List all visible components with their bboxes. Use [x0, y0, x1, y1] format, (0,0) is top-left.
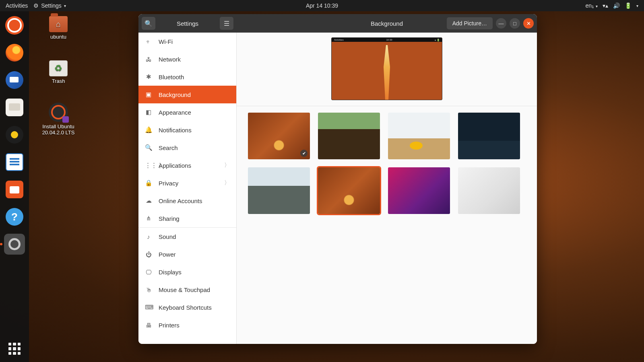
ubuntu-icon — [5, 16, 24, 35]
desktop-home-folder[interactable]: ubuntu — [36, 16, 80, 40]
wallpaper-thumb-7[interactable] — [458, 167, 520, 214]
dock-writer[interactable] — [4, 151, 25, 173]
desktop-trash[interactable]: Trash — [36, 60, 80, 84]
dock-settings[interactable] — [4, 233, 25, 255]
show-applications[interactable] — [8, 343, 21, 355]
dock-help[interactable]: ? — [4, 206, 25, 228]
sidebar-item-printers[interactable]: 🖶Printers — [138, 316, 236, 334]
checkmark-icon: ✔ — [300, 150, 308, 157]
sidebar-item-keyboard-shortcuts[interactable]: ⌨Keyboard Shortcuts — [138, 298, 236, 316]
bt-icon: ✱ — [145, 73, 152, 80]
wallpaper-thumb-5[interactable] — [318, 167, 380, 214]
wallpaper-thumb-6[interactable] — [388, 167, 450, 214]
sidebar-item-label: Online Accounts — [159, 197, 202, 204]
current-wallpaper-preview: Activities10:39▾ 🔋 — [237, 33, 537, 106]
sidebar-item-label: Applications — [159, 162, 191, 169]
sidebar-item-label: Search — [159, 144, 178, 151]
volume-icon[interactable]: 🔊 — [613, 2, 620, 9]
net-icon: 🖧 — [145, 56, 152, 63]
sidebar-item-mouse-touchpad[interactable]: 🖱Mouse & Touchpad — [138, 281, 236, 298]
chevron-right-icon: 〉 — [224, 179, 230, 187]
add-picture-button[interactable]: Add Picture… — [447, 17, 493, 29]
sidebar-item-label: Notifications — [159, 127, 192, 134]
settings-window: 🔍 Settings ☰ Background Add Picture… — □… — [138, 14, 537, 344]
trash-icon — [49, 60, 68, 76]
sidebar-item-displays[interactable]: 🖵Displays — [138, 263, 236, 281]
sidebar-item-label: Bluetooth — [159, 74, 184, 80]
wallpaper-thumb-4[interactable] — [248, 167, 310, 214]
sidebar-item-label: Background — [159, 91, 191, 98]
background-panel: Activities10:39▾ 🔋 ✔ — [237, 33, 537, 344]
sidebar-item-label: Wi-Fi — [159, 38, 173, 45]
sidebar-item-label: Keyboard Shortcuts — [159, 304, 212, 311]
system-menu-caret[interactable]: ▾ — [636, 4, 638, 8]
sidebar-item-privacy[interactable]: 🔒Privacy〉 — [138, 174, 236, 192]
chevron-down-icon: ▾ — [64, 4, 66, 8]
sound-icon: ♪ — [145, 233, 152, 240]
input-lang[interactable]: en₁ ▾ — [586, 2, 598, 9]
desktop-installer[interactable]: Install Ubuntu 20.04.2.0 LTS — [32, 103, 85, 136]
titlebar: 🔍 Settings ☰ Background Add Picture… — □… — [138, 14, 537, 33]
preview-status-icons: ▾ 🔋 — [435, 39, 440, 41]
search-icon: 🔍 — [145, 144, 152, 151]
dock-thunderbird[interactable] — [4, 69, 25, 91]
sidebar-item-power[interactable]: ⏻Power — [138, 245, 236, 263]
wifi-icon: ᯤ — [145, 38, 152, 45]
sidebar-item-background[interactable]: ▣Background — [138, 86, 236, 103]
dock-firefox[interactable] — [4, 42, 25, 64]
sidebar-item-label: Mouse & Touchpad — [159, 286, 210, 293]
sidebar-item-notifications[interactable]: 🔔Notifications — [138, 121, 236, 139]
activities-button[interactable]: Activities — [6, 2, 28, 9]
installer-icon — [49, 103, 68, 122]
sidebar-item-appearance[interactable]: ◧Appearance — [138, 103, 236, 121]
minimize-button[interactable]: — — [496, 18, 506, 29]
disp-icon: 🖵 — [145, 269, 152, 276]
sidebar-item-wi-fi[interactable]: ᯤWi-Fi — [138, 33, 236, 50]
wallpaper-thumb-3[interactable] — [458, 113, 520, 159]
desktop-installer-label: Install Ubuntu 20.04.2.0 LTS — [32, 123, 85, 136]
sidebar-item-sound[interactable]: ♪Sound — [138, 228, 236, 245]
help-icon: ? — [6, 208, 23, 226]
thunderbird-icon — [6, 71, 23, 89]
settings-sidebar: ᯤWi-Fi🖧Network✱Bluetooth▣Background◧Appe… — [138, 33, 237, 344]
maximize-button[interactable]: □ — [510, 18, 520, 29]
clock[interactable]: Apr 14 10:39 — [306, 2, 338, 9]
sidebar-item-network[interactable]: 🖧Network — [138, 50, 236, 68]
monitor-preview[interactable]: Activities10:39▾ 🔋 — [331, 37, 442, 100]
firefox-icon — [6, 44, 23, 62]
battery-icon[interactable]: 🔋 — [625, 2, 632, 9]
gear-icon: ⚙ — [33, 2, 39, 9]
app-icon: ◧ — [145, 109, 152, 116]
wallpaper-thumb-1[interactable] — [318, 113, 380, 159]
dock-files[interactable] — [4, 97, 25, 118]
maximize-icon: □ — [513, 21, 516, 27]
app-menu-label: Settings — [41, 2, 62, 9]
window-title-left: Settings — [138, 20, 237, 27]
writer-icon — [6, 153, 23, 171]
apps-icon: ⋮⋮⋮ — [145, 162, 152, 169]
sidebar-item-search[interactable]: 🔍Search — [138, 139, 236, 156]
desktop-home-label: ubuntu — [36, 34, 80, 40]
software-icon — [6, 181, 23, 198]
dock-ubuntu[interactable] — [4, 14, 25, 36]
sidebar-item-applications[interactable]: ⋮⋮⋮Applications〉 — [138, 156, 236, 174]
sidebar-item-sharing[interactable]: ⋔Sharing — [138, 210, 236, 227]
wallpaper-thumb-0[interactable]: ✔ — [248, 113, 310, 159]
sidebar-item-label: Appearance — [159, 109, 191, 116]
app-menu[interactable]: ⚙ Settings ▾ — [33, 2, 66, 9]
sidebar-item-label: Displays — [159, 269, 182, 276]
settings-icon — [4, 234, 25, 255]
preview-activities: Activities — [334, 39, 344, 41]
network-icon[interactable]: ▾▴ — [603, 2, 608, 9]
dock-rhythmbox[interactable] — [4, 124, 25, 146]
dock-software[interactable] — [4, 179, 25, 200]
dock: ? — [0, 11, 29, 362]
notif-icon: 🔔 — [145, 126, 152, 134]
sidebar-item-label: Printers — [159, 322, 180, 329]
close-button[interactable]: ✕ — [523, 18, 534, 29]
preview-clock: 10:39 — [386, 39, 392, 41]
sidebar-item-online-accounts[interactable]: ☁Online Accounts — [138, 192, 236, 210]
sidebar-item-bluetooth[interactable]: ✱Bluetooth — [138, 68, 236, 86]
wallpaper-thumb-2[interactable] — [388, 113, 450, 159]
mouse-icon: 🖱 — [145, 286, 152, 293]
